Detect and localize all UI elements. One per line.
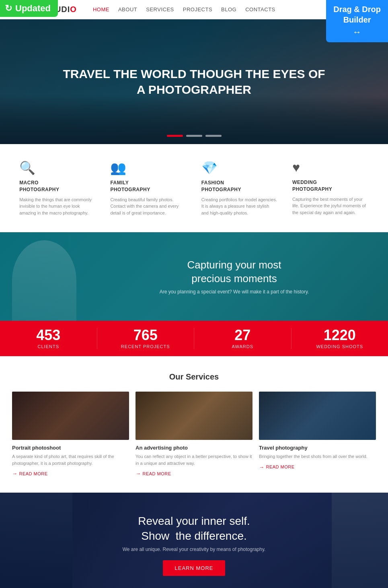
wedding-title: WEDDINGPHOTOGRAPHY bbox=[292, 179, 369, 193]
stat-projects-number: 765 bbox=[97, 328, 194, 342]
fashion-desc: Creating portfolios for model agencies. … bbox=[201, 196, 278, 217]
moments-text: Capturing your mostprecious moments Are … bbox=[160, 258, 309, 295]
advertising-read-more[interactable]: READ MORE bbox=[135, 470, 253, 477]
hero-skyline bbox=[0, 96, 388, 144]
nav-about[interactable]: ABOUT bbox=[118, 6, 137, 12]
moments-banner: Capturing your mostprecious moments Are … bbox=[0, 232, 388, 321]
hero-dots bbox=[167, 135, 222, 137]
service-travel: Travel photography Bringing together the… bbox=[259, 392, 376, 477]
travel-read-more[interactable]: READ MORE bbox=[259, 464, 376, 470]
services-title: Our Services bbox=[12, 372, 376, 382]
feature-macro: 🔍 MACROPHOTOGRAPHY Making the things tha… bbox=[19, 160, 96, 216]
learn-more-button[interactable]: LEARN MORE bbox=[163, 560, 226, 576]
stat-awards-number: 27 bbox=[194, 328, 291, 342]
main-nav: HOME ABOUT SERVICES PROJECTS BLOG CONTAC… bbox=[93, 6, 275, 12]
stats-bar: 453 CLIENTS 765 RECENT PROJECTS 27 AWARD… bbox=[0, 321, 388, 356]
updated-badge: ↻ Updated bbox=[0, 0, 58, 17]
services-section: Our Services Portrait photoshoot A separ… bbox=[0, 356, 388, 493]
stat-clients: 453 CLIENTS bbox=[0, 328, 97, 349]
logo-o: O bbox=[70, 5, 77, 14]
stat-wedding-shoots: 1220 WEDDING SHOOTS bbox=[292, 328, 388, 349]
moments-desc: Are you planning a special event? We wil… bbox=[160, 289, 309, 295]
portrait-image bbox=[12, 392, 129, 440]
stat-wedding-label: WEDDING SHOOTS bbox=[292, 344, 388, 349]
nav-contacts[interactable]: CONTACTS bbox=[245, 6, 275, 12]
feature-family: 👥 FAMILYPHOTOGRAPHY Creating beautiful f… bbox=[110, 160, 187, 216]
moments-title: Capturing your mostprecious moments bbox=[160, 258, 309, 286]
reveal-desc: We are all unique. Reveal your creativit… bbox=[123, 547, 266, 552]
hero-dot-3[interactable] bbox=[205, 135, 222, 137]
reveal-text: Reveal your inner self.Show the differen… bbox=[123, 514, 266, 576]
hero-title: TRAVEL THE WORLD THOUGH THE EYES OF A PH… bbox=[53, 66, 335, 97]
nav-home[interactable]: HOME bbox=[93, 6, 109, 12]
hero-dot-2[interactable] bbox=[186, 135, 202, 137]
refresh-icon: ↻ bbox=[5, 3, 12, 14]
stat-projects: 765 RECENT PROJECTS bbox=[97, 328, 195, 349]
travel-image bbox=[259, 392, 376, 440]
portrait-read-more[interactable]: READ MORE bbox=[12, 470, 129, 477]
buildings-left bbox=[0, 493, 72, 588]
fashion-title: FASHIONPHOTOGRAPHY bbox=[201, 179, 278, 193]
stat-wedding-number: 1220 bbox=[292, 328, 388, 342]
feature-fashion: 💎 FASHIONPHOTOGRAPHY Creating portfolios… bbox=[201, 160, 278, 216]
service-advertising: An advertising photo You can reflect any… bbox=[135, 392, 253, 477]
stat-awards: 27 AWARDS bbox=[194, 328, 292, 349]
stat-clients-label: CLIENTS bbox=[0, 344, 97, 349]
service-portrait: Portrait photoshoot A separate kind of p… bbox=[12, 392, 129, 477]
wedding-icon: ♥ bbox=[292, 160, 369, 175]
page-wrapper: ↻ Updated Drag & DropBuilder ↔ FRESH STU… bbox=[0, 0, 388, 588]
move-icon: ↔ bbox=[333, 27, 381, 38]
portrait-desc: A separate kind of photo art, that requi… bbox=[12, 453, 129, 466]
stat-awards-label: AWARDS bbox=[194, 344, 291, 349]
macro-icon: 🔍 bbox=[19, 160, 96, 175]
buildings-right bbox=[332, 493, 388, 588]
dnd-badge: Drag & DropBuilder ↔ bbox=[326, 0, 388, 42]
reveal-title: Reveal your inner self.Show the differen… bbox=[123, 514, 266, 543]
feature-wedding: ♥ WEDDINGPHOTOGRAPHY Capturing the best … bbox=[292, 160, 369, 216]
advertising-image bbox=[135, 392, 253, 440]
nav-projects[interactable]: PROJECTS bbox=[183, 6, 212, 12]
reveal-banner: Reveal your inner self.Show the differen… bbox=[0, 493, 388, 588]
wedding-desc: Capturing the best moments of your life.… bbox=[292, 196, 369, 216]
couple-figure bbox=[12, 240, 76, 321]
stat-clients-number: 453 bbox=[0, 328, 97, 342]
updated-label: Updated bbox=[15, 3, 51, 14]
travel-name: Travel photography bbox=[259, 445, 376, 451]
travel-desc: Bringing together the best shots from al… bbox=[259, 453, 376, 460]
portrait-name: Portrait photoshoot bbox=[12, 445, 129, 451]
family-icon: 👥 bbox=[110, 160, 187, 175]
services-grid: Portrait photoshoot A separate kind of p… bbox=[12, 392, 376, 477]
fashion-icon: 💎 bbox=[201, 160, 278, 175]
stat-projects-label: RECENT PROJECTS bbox=[97, 344, 194, 349]
family-desc: Creating beautiful family photos. Contac… bbox=[110, 196, 187, 217]
hero-dot-1[interactable] bbox=[167, 135, 183, 137]
advertising-name: An advertising photo bbox=[135, 445, 253, 451]
nav-services[interactable]: SERVICES bbox=[146, 6, 174, 12]
nav-blog[interactable]: BLOG bbox=[221, 6, 236, 12]
dnd-label: Drag & DropBuilder bbox=[333, 5, 381, 24]
macro-title: MACROPHOTOGRAPHY bbox=[19, 179, 96, 193]
advertising-desc: You can reflect any object in a better p… bbox=[135, 453, 253, 466]
family-title: FAMILYPHOTOGRAPHY bbox=[110, 179, 187, 193]
features-section: 🔍 MACROPHOTOGRAPHY Making the things tha… bbox=[0, 144, 388, 232]
macro-desc: Making the things that are commonly invi… bbox=[19, 196, 96, 217]
